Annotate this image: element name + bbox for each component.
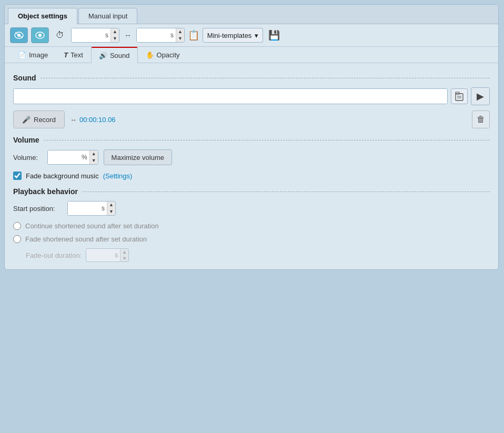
- offset-unit: s: [168, 31, 176, 40]
- sub-tab-text[interactable]: T Text: [56, 47, 91, 63]
- volume-section-title: Volume: [13, 136, 39, 144]
- text-tab-icon: T: [64, 51, 68, 59]
- fadeout-row: Fade-out duration: 0 s ▲ ▼: [26, 248, 490, 262]
- start-pos-value[interactable]: 0: [68, 202, 99, 215]
- duration-arrows[interactable]: ▲ ▼: [110, 28, 119, 42]
- text-tab-label: Text: [70, 51, 83, 59]
- svg-rect-5: [456, 94, 463, 100]
- sound-tab-label: Sound: [110, 52, 130, 59]
- file-path-input[interactable]: D:\Media\Shows\Manual\sw_0000.wav: [13, 88, 448, 104]
- fadeout-value[interactable]: 0: [86, 250, 113, 260]
- radio-continue-row: Continue shortened sound after set durat…: [13, 222, 490, 230]
- visibility-toggle-btn2[interactable]: [31, 27, 49, 43]
- record-button[interactable]: 🎤 Record: [13, 110, 65, 128]
- sound-section-title: Sound: [13, 74, 36, 82]
- radio-fade[interactable]: [13, 235, 21, 243]
- play-button[interactable]: ▶: [471, 87, 490, 105]
- offset-value[interactable]: 0: [137, 28, 168, 42]
- duration-spinner[interactable]: 10.061 s ▲ ▼: [71, 28, 119, 43]
- volume-label: Volume:: [13, 154, 42, 162]
- sub-tab-image[interactable]: 📄 Image: [10, 47, 56, 63]
- clock-icon: ⏱: [52, 27, 68, 43]
- template-icon: 📋: [188, 29, 199, 41]
- svg-line-2: [15, 33, 23, 38]
- mini-templates-label: Mini-templates: [207, 32, 252, 39]
- duration-value[interactable]: 10.061: [72, 28, 103, 42]
- main-panel: Object settings Manual input ⏱ 10.061 s …: [4, 4, 499, 270]
- radio-continue[interactable]: [13, 222, 21, 230]
- dropdown-icon: ▾: [255, 32, 258, 39]
- visibility-toggle-btn1[interactable]: [10, 27, 28, 43]
- duration-down[interactable]: ▼: [111, 35, 119, 42]
- start-pos-arrows[interactable]: ▲ ▼: [107, 202, 115, 215]
- duration-unit: s: [103, 31, 110, 40]
- fadeout-unit: s: [113, 250, 120, 260]
- fade-bg-checkbox[interactable]: [13, 172, 22, 180]
- volume-row: Volume: 100 % ▲ ▼ Maximize volume: [13, 149, 490, 165]
- playback-section-header: Playback behavior: [13, 187, 490, 196]
- image-tab-icon: 📄: [18, 51, 26, 59]
- record-row: 🎤 Record ↔ 00:00:10.06 🗑: [13, 110, 490, 128]
- offset-arrows[interactable]: ▲ ▼: [176, 28, 184, 42]
- playback-section-title: Playback behavior: [13, 187, 78, 196]
- image-tab-label: Image: [29, 51, 48, 59]
- start-pos-label: Start position:: [13, 205, 63, 213]
- content-area: Sound D:\Media\Shows\Manual\sw_0000.wav …: [5, 63, 498, 269]
- sub-tab-bar: 📄 Image T Text 🔊 Sound ✋ Opacity: [5, 47, 498, 63]
- mini-templates-button[interactable]: Mini-templates ▾: [203, 28, 264, 43]
- delete-button[interactable]: 🗑: [472, 110, 490, 128]
- start-pos-spinner[interactable]: 0 s ▲ ▼: [67, 201, 116, 216]
- tab-manual-input[interactable]: Manual input: [78, 8, 137, 24]
- start-pos-down[interactable]: ▼: [107, 208, 115, 215]
- fadeout-arrows: ▲ ▼: [120, 249, 128, 261]
- record-label: Record: [34, 116, 56, 124]
- start-pos-row: Start position: 0 s ▲ ▼: [13, 201, 490, 216]
- sound-divider: [41, 78, 490, 78]
- fadeout-label: Fade-out duration:: [26, 251, 82, 259]
- start-pos-up[interactable]: ▲: [107, 202, 115, 208]
- volume-divider: [44, 140, 490, 140]
- fadeout-up: ▲: [120, 249, 128, 255]
- offset-spinner[interactable]: 0 s ▲ ▼: [136, 28, 185, 43]
- duration-arrow-icon: ↔: [70, 116, 77, 124]
- opacity-tab-label: Opacity: [157, 51, 180, 59]
- browse-button[interactable]: [451, 88, 468, 104]
- start-pos-unit: s: [99, 204, 107, 213]
- fadeout-spinner[interactable]: 0 s ▲ ▼: [86, 248, 129, 262]
- mic-icon: 🎤: [22, 116, 31, 124]
- delete-icon: 🗑: [477, 115, 485, 124]
- radio-fade-row: Fade shortened sound after set duration: [13, 235, 490, 243]
- tab-object-settings[interactable]: Object settings: [8, 8, 77, 24]
- svg-point-4: [38, 34, 42, 37]
- fadeout-down: ▼: [120, 255, 128, 261]
- fade-bg-label: Fade background music: [26, 172, 99, 180]
- duration-up[interactable]: ▲: [111, 28, 119, 35]
- offset-separator-icon: ↔: [123, 31, 133, 39]
- offset-down[interactable]: ▼: [176, 35, 184, 42]
- settings-link[interactable]: (Settings): [103, 172, 133, 180]
- radio-continue-label: Continue shortened sound after set durat…: [25, 222, 159, 230]
- radio-fade-label: Fade shortened sound after set duration: [25, 235, 147, 243]
- fade-bg-row: Fade background music (Settings): [13, 172, 490, 180]
- sub-tab-sound[interactable]: 🔊 Sound: [91, 47, 138, 63]
- volume-arrows[interactable]: ▲ ▼: [89, 150, 98, 164]
- toolbar: ⏱ 10.061 s ▲ ▼ ↔ 0 s ▲ ▼ 📋 Mini-template…: [5, 24, 498, 47]
- volume-down[interactable]: ▼: [90, 157, 98, 164]
- playback-divider: [82, 192, 490, 192]
- volume-unit: %: [79, 153, 89, 162]
- volume-section-header: Volume: [13, 136, 490, 144]
- tab-bar: Object settings Manual input: [5, 5, 498, 24]
- maximize-volume-button[interactable]: Maximize volume: [104, 149, 172, 165]
- file-duration-value: 00:00:10.06: [79, 116, 116, 124]
- volume-value[interactable]: 100: [48, 150, 79, 164]
- sub-tab-opacity[interactable]: ✋ Opacity: [138, 47, 188, 63]
- volume-up[interactable]: ▲: [90, 150, 98, 157]
- save-button[interactable]: 💾: [266, 27, 282, 43]
- volume-spinner[interactable]: 100 % ▲ ▼: [47, 150, 98, 165]
- sound-section-header: Sound: [13, 74, 490, 82]
- opacity-tab-icon: ✋: [146, 51, 154, 59]
- duration-display: ↔ 00:00:10.06: [70, 116, 116, 124]
- play-icon: ▶: [477, 90, 484, 102]
- file-row: D:\Media\Shows\Manual\sw_0000.wav ▶: [13, 87, 490, 105]
- offset-up[interactable]: ▲: [176, 28, 184, 35]
